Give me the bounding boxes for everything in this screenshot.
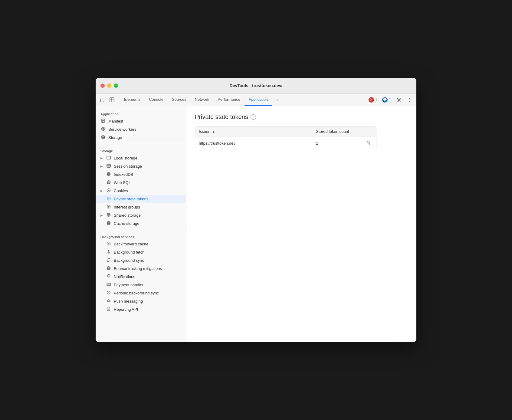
svg-point-25 <box>107 172 110 174</box>
svg-point-7 <box>409 101 410 101</box>
tab-application[interactable]: Application <box>245 94 272 106</box>
sidebar: Application Manifest <box>96 106 186 342</box>
svg-line-45 <box>109 293 110 294</box>
error-badge-button[interactable]: ✕ 1 <box>367 97 379 103</box>
sidebar-item-periodic-background-sync[interactable]: Periodic background sync <box>96 289 186 297</box>
sidebar-item-cache-storage[interactable]: Cache storage <box>96 219 186 228</box>
toolbar: Elements Console Sources Network Perform… <box>96 94 416 106</box>
issuer-column-header[interactable]: Issuer ▲ <box>195 127 312 136</box>
sort-arrow-icon: ▲ <box>212 130 215 133</box>
svg-point-4 <box>398 99 400 100</box>
storage-app-label: Storage <box>108 135 122 140</box>
web-sql-label: Web SQL <box>114 180 131 185</box>
svg-rect-41 <box>107 283 110 286</box>
sidebar-item-background-sync[interactable]: Background sync <box>96 256 186 264</box>
svg-point-29 <box>109 189 110 190</box>
storage-app-icon <box>100 135 106 140</box>
tab-elements[interactable]: Elements <box>120 94 145 106</box>
divider-1 <box>96 144 186 144</box>
back-forward-cache-label: Back/forward cache <box>114 242 148 246</box>
issuer-cell: https://trusttoken.dev <box>195 136 312 150</box>
error-count: 1 <box>375 97 377 102</box>
sidebar-item-manifest[interactable]: Manifest <box>96 117 186 125</box>
sidebar-item-session-storage[interactable]: ▶ Session storage <box>96 162 186 170</box>
titlebar: DevTools - trusttoken.dev/ <box>96 78 416 94</box>
sidebar-item-web-sql[interactable]: Web SQL <box>96 179 186 187</box>
svg-point-6 <box>409 99 410 100</box>
private-state-tokens-label: Private state tokens <box>114 197 148 201</box>
svg-rect-1 <box>110 98 114 102</box>
tokens-table-container: Issuer ▲ Stored token count https://trus… <box>195 126 376 150</box>
svg-point-31 <box>109 191 110 191</box>
arrow-shared-storage: ▶ <box>100 214 103 217</box>
sidebar-item-background-fetch[interactable]: Background fetch <box>96 248 186 256</box>
close-button[interactable] <box>100 84 105 88</box>
sidebar-item-service-workers[interactable]: Service workers <box>96 125 186 133</box>
delete-button[interactable] <box>364 139 373 147</box>
sidebar-item-notifications[interactable]: Notifications <box>96 273 186 281</box>
sidebar-item-storage-app[interactable]: Storage <box>96 133 186 142</box>
sidebar-item-local-storage[interactable]: ▶ Local storage <box>96 154 186 162</box>
background-services-section-label: Background services <box>96 233 186 240</box>
svg-point-33 <box>107 197 110 198</box>
interest-groups-label: Interest groups <box>114 205 140 209</box>
local-storage-label: Local storage <box>114 156 137 160</box>
background-sync-label: Background sync <box>114 258 144 263</box>
sidebar-item-reporting-api[interactable]: Reporting API <box>96 305 186 313</box>
cursor-icon-button[interactable] <box>98 96 107 104</box>
window-title: DevTools - trusttoken.dev/ <box>230 83 283 88</box>
svg-rect-0 <box>100 98 104 102</box>
arrow-local-storage: ▶ <box>100 156 103 160</box>
sidebar-item-bounce-tracking[interactable]: Bounce tracking mitigations <box>96 264 186 273</box>
sidebar-item-indexeddb[interactable]: IndexedDB <box>96 170 186 179</box>
arrow-cookies: ▶ <box>100 189 103 192</box>
toolbar-right: ✕ 1 💬 1 <box>367 96 414 104</box>
svg-point-34 <box>107 205 110 206</box>
session-storage-label: Session storage <box>114 164 142 169</box>
background-sync-icon <box>106 258 111 263</box>
sidebar-item-private-state-tokens[interactable]: Private state tokens <box>96 195 186 203</box>
service-workers-label: Service workers <box>108 127 136 132</box>
svg-point-26 <box>107 181 110 182</box>
info-badge-button[interactable]: 💬 1 <box>381 97 392 103</box>
tab-more[interactable]: » <box>272 94 283 106</box>
page-title-text: Private state tokens <box>195 113 248 120</box>
svg-point-28 <box>108 190 108 190</box>
session-storage-icon <box>106 164 111 169</box>
sidebar-item-shared-storage[interactable]: ▶ Shared storage <box>96 211 186 219</box>
sidebar-item-interest-groups[interactable]: Interest groups <box>96 203 186 211</box>
traffic-lights <box>100 84 118 88</box>
sidebar-item-back-forward-cache[interactable]: Back/forward cache <box>96 240 186 248</box>
count-cell: 1 <box>312 136 360 150</box>
toolbar-icons <box>98 96 116 104</box>
action-cell <box>360 136 376 150</box>
settings-icon-button[interactable] <box>395 96 403 104</box>
count-header-label: Stored token count <box>316 129 349 134</box>
info-icon-button[interactable]: i <box>251 114 256 120</box>
cache-storage-label: Cache storage <box>114 221 139 226</box>
manifest-icon <box>100 119 106 124</box>
background-fetch-label: Background fetch <box>114 250 144 254</box>
sidebar-item-push-messaging[interactable]: Push messaging <box>96 297 186 305</box>
periodic-background-sync-icon <box>106 290 111 296</box>
tab-performance[interactable]: Performance <box>213 94 244 106</box>
inspect-icon-button[interactable] <box>108 96 116 104</box>
count-column-header: Stored token count <box>312 127 360 136</box>
background-fetch-icon <box>106 250 111 255</box>
svg-point-13 <box>103 128 104 130</box>
maximize-button[interactable] <box>114 84 118 88</box>
service-workers-icon <box>100 127 106 132</box>
action-column-header <box>360 127 376 136</box>
tab-console[interactable]: Console <box>145 94 168 106</box>
tab-sources[interactable]: Sources <box>168 94 191 106</box>
svg-rect-22 <box>107 164 110 167</box>
back-forward-cache-icon <box>106 241 111 247</box>
sidebar-item-cookies[interactable]: ▶ Cookies <box>96 187 186 195</box>
shared-storage-icon <box>106 213 111 218</box>
sidebar-item-payment-handler[interactable]: Payment handler <box>96 281 186 289</box>
bounce-tracking-label: Bounce tracking mitigations <box>114 266 162 271</box>
indexeddb-label: IndexedDB <box>114 172 133 177</box>
minimize-button[interactable] <box>107 84 111 88</box>
more-options-button[interactable] <box>405 96 414 104</box>
tab-network[interactable]: Network <box>191 94 214 106</box>
